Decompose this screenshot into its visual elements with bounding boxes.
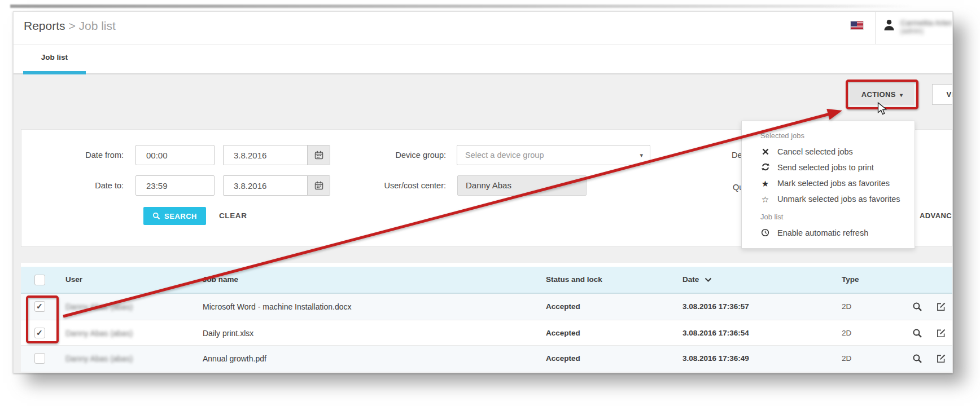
calendar-icon[interactable] (307, 176, 330, 195)
table-top-gap (21, 263, 952, 267)
view-button[interactable]: VIEW (932, 84, 953, 105)
app-header: Reports > Job list Carmelita Arlen (admi… (14, 12, 952, 45)
menu-item-label: Send selected jobs to print (777, 163, 874, 172)
date-from-date-wrap (223, 145, 330, 165)
menu-item-label: Unmark selected jobs as favorites (777, 195, 900, 204)
menu-item-label: Enable automatic refresh (777, 228, 868, 237)
menu-item-mark-favorites[interactable]: ★ Mark selected jobs as favorites (760, 175, 915, 191)
magnifier-icon[interactable] (912, 302, 922, 312)
breadcrumb: Reports > Job list (24, 19, 116, 33)
date-to-time-input[interactable] (135, 175, 215, 196)
user-cost-center-field: Danny Abas (457, 175, 587, 196)
column-header-date[interactable]: Date (683, 267, 712, 293)
user-menu[interactable]: Carmelita Arlen (admin) (883, 19, 953, 36)
actions-dropdown-menu: Selected jobs Cancel selected jobs Send … (741, 121, 915, 249)
star-filled-icon: ★ (760, 179, 770, 188)
magnifier-icon[interactable] (912, 328, 922, 338)
row-type: 2D (842, 320, 851, 346)
chevron-down-icon: ▾ (640, 145, 643, 165)
search-button[interactable]: SEARCH (143, 207, 206, 225)
tabbar-baseline (14, 73, 952, 74)
row-job-name: Annual growth.pdf (203, 346, 266, 372)
menu-item-label: Cancel selected jobs (777, 147, 853, 156)
sort-desc-icon (705, 277, 712, 283)
flag-canton (851, 21, 857, 27)
advanced-search-link[interactable]: ADVANC (920, 211, 952, 220)
annotation-box-checkboxes (26, 295, 59, 343)
star-outline-icon: ☆ (760, 195, 770, 204)
table-row[interactable]: Danny Abas (abas) Daily print.xlsx Accep… (21, 320, 952, 346)
row-user: Danny Abas (abas) (65, 294, 133, 320)
row-type: 2D (842, 346, 851, 372)
date-to-label: Date to: (21, 181, 124, 190)
row-status: Accepted (546, 320, 580, 346)
calendar-icon[interactable] (307, 145, 330, 165)
edit-icon[interactable] (936, 328, 946, 338)
date-from-label: Date from: (21, 151, 124, 160)
device-group-select[interactable]: Select a device group ▾ (457, 145, 650, 165)
row-date: 3.08.2016 17:36:54 (683, 320, 749, 346)
menu-item-cancel-selected-jobs[interactable]: Cancel selected jobs (760, 144, 915, 160)
menu-item-label: Mark selected jobs as favorites (777, 179, 890, 188)
device-group-placeholder: Select a device group (465, 151, 544, 160)
tab-job-list[interactable]: Job list (23, 44, 86, 71)
hidden-filter-label-1: De (732, 151, 742, 160)
menu-item-send-to-print[interactable]: Send selected jobs to print (760, 160, 915, 175)
select-all-checkbox[interactable] (34, 275, 45, 285)
tab-active-underline (23, 71, 86, 74)
clock-icon (760, 228, 770, 238)
user-cost-center-label: User/cost center: (338, 181, 446, 190)
user-name: Carmelita Arlen (900, 19, 952, 27)
cancel-x-icon (760, 148, 770, 156)
menu-section-job-list: Job list (760, 209, 915, 225)
user-role: (admin) (900, 27, 952, 36)
date-to-date-wrap (223, 175, 330, 196)
row-user: Danny Abas (abas) (65, 320, 133, 346)
menu-item-enable-auto-refresh[interactable]: Enable automatic refresh (760, 225, 915, 241)
row-status: Accepted (546, 346, 580, 372)
breadcrumb-separator: > (68, 19, 75, 32)
column-header-status[interactable]: Status and lock (546, 267, 602, 293)
edit-icon[interactable] (936, 354, 946, 364)
language-flag-icon[interactable] (850, 21, 864, 30)
column-header-job-name[interactable]: Job name (203, 267, 238, 293)
menu-item-unmark-favorites[interactable]: ☆ Unmark selected jobs as favorites (760, 191, 915, 207)
column-header-date-label: Date (683, 275, 699, 284)
row-status: Accepted (546, 294, 580, 320)
clear-button[interactable]: CLEAR (219, 207, 247, 225)
row-job-name: Microsoft Word - machine Installation.do… (203, 294, 352, 320)
app-window: Reports > Job list Carmelita Arlen (admi… (13, 11, 953, 373)
search-button-label: SEARCH (164, 212, 197, 220)
date-from-time-input[interactable] (135, 145, 215, 165)
screenshot-edge-artifact (10, 5, 913, 8)
table-row[interactable]: Danny Abas (abas) Microsoft Word - machi… (21, 294, 952, 320)
table-row[interactable]: Danny Abas (abas) Annual growth.pdf Acce… (21, 346, 952, 372)
menu-section-selected-jobs: Selected jobs (760, 128, 915, 144)
row-type: 2D (842, 294, 851, 320)
header-divider (875, 12, 876, 44)
page-title: Job list (78, 19, 115, 32)
table-header: User Job name Status and lock Date Type (21, 267, 952, 294)
column-header-type[interactable]: Type (842, 267, 859, 293)
row-date: 3.08.2016 17:36:57 (683, 294, 749, 320)
device-group-label: Device group: (338, 151, 446, 160)
breadcrumb-section: Reports (24, 19, 65, 32)
row-user: Danny Abas (abas) (65, 346, 133, 372)
row-date: 3.08.2016 17:36:49 (683, 346, 749, 372)
annotation-box-actions (846, 80, 918, 109)
column-header-user[interactable]: User (65, 267, 82, 293)
person-icon (883, 19, 895, 36)
row-checkbox[interactable] (34, 353, 45, 364)
search-icon (152, 212, 160, 220)
magnifier-icon[interactable] (912, 354, 922, 364)
refresh-icon (760, 162, 770, 173)
row-job-name: Daily print.xlsx (203, 320, 253, 346)
edit-icon[interactable] (936, 302, 946, 312)
